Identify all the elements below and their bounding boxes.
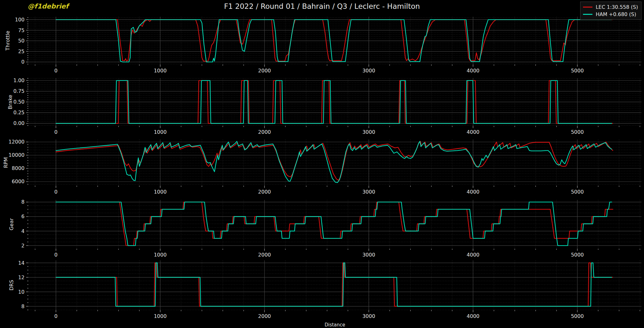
svg-text:5000: 5000: [571, 313, 584, 319]
svg-text:1000: 1000: [154, 129, 167, 135]
svg-text:Brake: Brake: [7, 95, 13, 109]
svg-text:4000: 4000: [467, 313, 480, 319]
lec-line-swatch: [583, 7, 592, 8]
legend-item-lec: LEC 1:30.558 (S): [583, 3, 638, 11]
svg-text:RPM: RPM: [3, 157, 9, 168]
svg-text:10000: 10000: [8, 152, 25, 158]
svg-text:2000: 2000: [258, 129, 271, 135]
legend: LEC 1:30.558 (S) HAM +0.680 (S): [580, 2, 641, 20]
subplots-canvas: 0100020003000400050000255075100Throttle0…: [0, 0, 644, 328]
legend-label-ham: HAM +0.680 (S): [596, 11, 636, 17]
svg-text:4000: 4000: [467, 68, 480, 74]
svg-text:5000: 5000: [571, 68, 584, 74]
svg-text:0: 0: [54, 129, 58, 135]
svg-text:14: 14: [18, 260, 25, 266]
svg-text:100: 100: [15, 17, 25, 23]
svg-text:0: 0: [54, 189, 58, 195]
svg-text:25: 25: [18, 48, 25, 54]
svg-text:75: 75: [18, 27, 25, 33]
svg-text:0.00: 0.00: [13, 120, 25, 126]
svg-text:0: 0: [21, 59, 25, 65]
svg-text:3000: 3000: [362, 252, 375, 258]
svg-text:1000: 1000: [154, 313, 167, 319]
svg-text:12: 12: [18, 274, 25, 280]
svg-text:3000: 3000: [362, 189, 375, 195]
legend-label-lec: LEC 1:30.558 (S): [596, 4, 638, 10]
svg-text:4000: 4000: [467, 189, 480, 195]
svg-text:2000: 2000: [258, 68, 271, 74]
svg-text:1000: 1000: [154, 189, 167, 195]
svg-text:0.75: 0.75: [13, 88, 25, 94]
svg-text:5000: 5000: [571, 252, 584, 258]
svg-text:4000: 4000: [467, 129, 480, 135]
svg-text:6: 6: [21, 213, 25, 219]
svg-text:4: 4: [21, 228, 25, 234]
svg-text:5000: 5000: [571, 129, 584, 135]
svg-text:1.00: 1.00: [13, 77, 25, 83]
svg-text:2: 2: [21, 243, 25, 249]
ham-line-swatch: [583, 14, 592, 15]
svg-text:8000: 8000: [12, 165, 25, 171]
svg-text:Throttle: Throttle: [5, 31, 11, 51]
svg-text:0.50: 0.50: [13, 99, 25, 105]
svg-text:6000: 6000: [12, 178, 25, 184]
svg-text:1000: 1000: [154, 252, 167, 258]
svg-text:0.25: 0.25: [13, 110, 25, 116]
svg-text:50: 50: [18, 38, 25, 44]
svg-text:3000: 3000: [362, 129, 375, 135]
svg-text:4000: 4000: [467, 252, 480, 258]
svg-text:5000: 5000: [571, 189, 584, 195]
svg-text:10: 10: [18, 289, 25, 295]
telemetry-figure: @f1debrief F1 2022 / Round 01 / Bahrain …: [0, 0, 644, 328]
svg-text:2000: 2000: [258, 252, 271, 258]
legend-item-ham: HAM +0.680 (S): [583, 11, 638, 18]
svg-text:1000: 1000: [154, 68, 167, 74]
svg-text:DRS: DRS: [8, 280, 14, 291]
svg-text:0: 0: [54, 68, 58, 74]
svg-text:0: 0: [54, 252, 58, 258]
svg-text:3000: 3000: [362, 313, 375, 319]
svg-text:8: 8: [21, 303, 25, 309]
svg-text:2000: 2000: [258, 189, 271, 195]
svg-text:Distance: Distance: [325, 322, 345, 328]
svg-text:8: 8: [21, 199, 25, 205]
svg-text:2000: 2000: [258, 313, 271, 319]
svg-text:0: 0: [54, 313, 58, 319]
svg-text:Gear: Gear: [8, 218, 14, 230]
svg-text:12000: 12000: [8, 139, 25, 145]
svg-text:3000: 3000: [362, 68, 375, 74]
